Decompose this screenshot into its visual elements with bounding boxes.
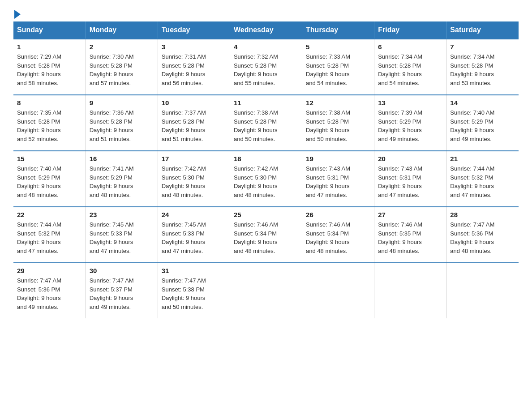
calendar-cell: 4 Sunrise: 7:32 AMSunset: 5:28 PMDayligh…: [230, 39, 302, 95]
day-info: Sunrise: 7:34 AMSunset: 5:28 PMDaylight:…: [378, 52, 442, 87]
day-info: Sunrise: 7:34 AMSunset: 5:28 PMDaylight:…: [450, 52, 515, 87]
day-info: Sunrise: 7:47 AMSunset: 5:38 PMDaylight:…: [162, 276, 226, 311]
day-number: 29: [17, 267, 82, 274]
day-info: Sunrise: 7:47 AMSunset: 5:36 PMDaylight:…: [450, 220, 515, 255]
day-info: Sunrise: 7:35 AMSunset: 5:28 PMDaylight:…: [17, 108, 82, 143]
day-number: 9: [90, 99, 154, 107]
calendar-cell: 12 Sunrise: 7:38 AMSunset: 5:28 PMDaylig…: [302, 95, 374, 151]
calendar-week-row-4: 22 Sunrise: 7:44 AMSunset: 5:32 PMDaylig…: [13, 207, 519, 263]
day-number: 21: [450, 155, 515, 163]
day-info: Sunrise: 7:46 AMSunset: 5:34 PMDaylight:…: [306, 220, 370, 255]
day-info: Sunrise: 7:41 AMSunset: 5:29 PMDaylight:…: [90, 164, 154, 199]
calendar-week-row-5: 29 Sunrise: 7:47 AMSunset: 5:36 PMDaylig…: [13, 263, 519, 318]
calendar-cell: 29 Sunrise: 7:47 AMSunset: 5:36 PMDaylig…: [13, 263, 86, 318]
day-info: Sunrise: 7:39 AMSunset: 5:29 PMDaylight:…: [378, 108, 442, 143]
day-number: 26: [306, 211, 370, 218]
calendar-cell: 1 Sunrise: 7:29 AMSunset: 5:28 PMDayligh…: [13, 39, 86, 95]
day-info: Sunrise: 7:46 AMSunset: 5:34 PMDaylight:…: [234, 220, 298, 255]
calendar-week-row-2: 8 Sunrise: 7:35 AMSunset: 5:28 PMDayligh…: [13, 95, 519, 151]
day-info: Sunrise: 7:40 AMSunset: 5:29 PMDaylight:…: [450, 108, 515, 143]
day-number: 2: [90, 43, 154, 51]
calendar-header-saturday: Saturday: [446, 21, 519, 39]
day-number: 20: [378, 155, 442, 163]
day-info: Sunrise: 7:38 AMSunset: 5:28 PMDaylight:…: [234, 108, 298, 143]
day-number: 17: [162, 155, 226, 163]
calendar-cell: 27 Sunrise: 7:46 AMSunset: 5:35 PMDaylig…: [374, 207, 446, 263]
calendar-cell: 10 Sunrise: 7:37 AMSunset: 5:28 PMDaylig…: [158, 95, 230, 151]
calendar-cell: 8 Sunrise: 7:35 AMSunset: 5:28 PMDayligh…: [13, 95, 86, 151]
calendar-cell: 30 Sunrise: 7:47 AMSunset: 5:37 PMDaylig…: [86, 263, 158, 318]
day-info: Sunrise: 7:46 AMSunset: 5:35 PMDaylight:…: [378, 220, 442, 255]
calendar-week-row-3: 15 Sunrise: 7:40 AMSunset: 5:29 PMDaylig…: [13, 151, 519, 207]
day-number: 11: [234, 99, 298, 107]
day-number: 1: [17, 43, 82, 51]
day-info: Sunrise: 7:47 AMSunset: 5:37 PMDaylight:…: [90, 276, 154, 311]
calendar-cell: 31 Sunrise: 7:47 AMSunset: 5:38 PMDaylig…: [158, 263, 230, 318]
day-number: 14: [450, 99, 515, 107]
calendar-cell: 25 Sunrise: 7:46 AMSunset: 5:34 PMDaylig…: [230, 207, 302, 263]
day-info: Sunrise: 7:31 AMSunset: 5:28 PMDaylight:…: [162, 52, 226, 87]
calendar-header-thursday: Thursday: [302, 21, 374, 39]
calendar-header-row: SundayMondayTuesdayWednesdayThursdayFrid…: [13, 21, 519, 39]
day-number: 10: [162, 99, 226, 107]
calendar-cell: 2 Sunrise: 7:30 AMSunset: 5:28 PMDayligh…: [86, 39, 158, 95]
page-header: [13, 9, 519, 17]
day-number: 19: [306, 155, 370, 163]
day-info: Sunrise: 7:33 AMSunset: 5:28 PMDaylight:…: [306, 52, 370, 87]
calendar-cell: 13 Sunrise: 7:39 AMSunset: 5:29 PMDaylig…: [374, 95, 446, 151]
calendar-cell: 21 Sunrise: 7:44 AMSunset: 5:32 PMDaylig…: [446, 151, 519, 207]
day-info: Sunrise: 7:42 AMSunset: 5:30 PMDaylight:…: [234, 164, 298, 199]
day-info: Sunrise: 7:43 AMSunset: 5:31 PMDaylight:…: [378, 164, 442, 199]
calendar-cell: 19 Sunrise: 7:43 AMSunset: 5:31 PMDaylig…: [302, 151, 374, 207]
day-info: Sunrise: 7:47 AMSunset: 5:36 PMDaylight:…: [17, 276, 82, 311]
logo: [13, 9, 21, 17]
logo-arrow-icon: [14, 10, 21, 19]
day-number: 3: [162, 43, 226, 51]
calendar-cell: 9 Sunrise: 7:36 AMSunset: 5:28 PMDayligh…: [86, 95, 158, 151]
calendar-cell: 11 Sunrise: 7:38 AMSunset: 5:28 PMDaylig…: [230, 95, 302, 151]
day-number: 30: [90, 267, 154, 274]
day-info: Sunrise: 7:37 AMSunset: 5:28 PMDaylight:…: [162, 108, 226, 143]
calendar-table: SundayMondayTuesdayWednesdayThursdayFrid…: [13, 21, 519, 318]
calendar-week-row-1: 1 Sunrise: 7:29 AMSunset: 5:28 PMDayligh…: [13, 39, 519, 95]
day-info: Sunrise: 7:38 AMSunset: 5:28 PMDaylight:…: [306, 108, 370, 143]
day-info: Sunrise: 7:36 AMSunset: 5:28 PMDaylight:…: [90, 108, 154, 143]
calendar-cell: 20 Sunrise: 7:43 AMSunset: 5:31 PMDaylig…: [374, 151, 446, 207]
day-number: 15: [17, 155, 82, 163]
calendar-cell: [446, 263, 519, 318]
day-number: 4: [234, 43, 298, 51]
day-number: 6: [378, 43, 442, 51]
day-info: Sunrise: 7:32 AMSunset: 5:28 PMDaylight:…: [234, 52, 298, 87]
calendar-cell: [374, 263, 446, 318]
day-info: Sunrise: 7:40 AMSunset: 5:29 PMDaylight:…: [17, 164, 82, 199]
calendar-header-tuesday: Tuesday: [158, 21, 230, 39]
calendar-cell: 16 Sunrise: 7:41 AMSunset: 5:29 PMDaylig…: [86, 151, 158, 207]
day-number: 13: [378, 99, 442, 107]
day-info: Sunrise: 7:29 AMSunset: 5:28 PMDaylight:…: [17, 52, 82, 87]
calendar-cell: 6 Sunrise: 7:34 AMSunset: 5:28 PMDayligh…: [374, 39, 446, 95]
day-info: Sunrise: 7:42 AMSunset: 5:30 PMDaylight:…: [162, 164, 226, 199]
calendar-header-friday: Friday: [374, 21, 446, 39]
day-number: 31: [162, 267, 226, 274]
calendar-header-wednesday: Wednesday: [230, 21, 302, 39]
day-number: 5: [306, 43, 370, 51]
day-number: 7: [450, 43, 515, 51]
day-number: 16: [90, 155, 154, 163]
day-info: Sunrise: 7:43 AMSunset: 5:31 PMDaylight:…: [306, 164, 370, 199]
calendar-cell: 15 Sunrise: 7:40 AMSunset: 5:29 PMDaylig…: [13, 151, 86, 207]
calendar-cell: 24 Sunrise: 7:45 AMSunset: 5:33 PMDaylig…: [158, 207, 230, 263]
day-number: 22: [17, 211, 82, 218]
calendar-cell: 3 Sunrise: 7:31 AMSunset: 5:28 PMDayligh…: [158, 39, 230, 95]
calendar-cell: [230, 263, 302, 318]
calendar-cell: [302, 263, 374, 318]
day-number: 24: [162, 211, 226, 218]
day-number: 8: [17, 99, 82, 107]
calendar-cell: 28 Sunrise: 7:47 AMSunset: 5:36 PMDaylig…: [446, 207, 519, 263]
calendar-cell: 17 Sunrise: 7:42 AMSunset: 5:30 PMDaylig…: [158, 151, 230, 207]
calendar-cell: 7 Sunrise: 7:34 AMSunset: 5:28 PMDayligh…: [446, 39, 519, 95]
day-info: Sunrise: 7:30 AMSunset: 5:28 PMDaylight:…: [90, 52, 154, 87]
day-info: Sunrise: 7:45 AMSunset: 5:33 PMDaylight:…: [162, 220, 226, 255]
calendar-cell: 23 Sunrise: 7:45 AMSunset: 5:33 PMDaylig…: [86, 207, 158, 263]
day-number: 27: [378, 211, 442, 218]
calendar-cell: 5 Sunrise: 7:33 AMSunset: 5:28 PMDayligh…: [302, 39, 374, 95]
